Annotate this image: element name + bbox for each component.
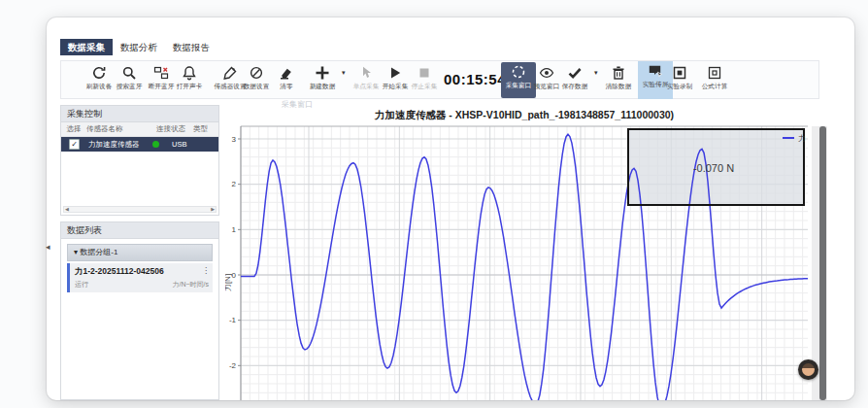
svg-text:2: 2: [232, 180, 237, 188]
data-settings-icon: [249, 65, 264, 81]
data-list-items: 力1-2-20251112-042506运行力/N~时间/s⋮: [61, 263, 218, 292]
toolbar-button-打开声卡[interactable]: 打开声卡: [168, 63, 211, 96]
column-header-连接状态: 连接状态: [156, 122, 193, 136]
toolbar-label: 公式计算: [694, 82, 735, 91]
svg-text:1: 1: [232, 225, 237, 234]
search-icon: [121, 65, 137, 81]
data-list-title: 数据列表: [61, 222, 218, 239]
tab-数据报告[interactable]: 数据报告: [165, 39, 217, 55]
sensor-type: USB: [172, 140, 186, 149]
toolbar-label: 新建数据: [302, 82, 343, 91]
svg-text:-2: -2: [229, 361, 237, 370]
avatar-face-icon: [802, 363, 815, 376]
plus-icon: [315, 65, 330, 81]
data-group-row[interactable]: ▾ 数据分组-1: [67, 244, 213, 261]
marker-icon: [279, 65, 294, 81]
timer-display: 00:15:54: [444, 61, 496, 98]
data-list-panel: 数据列表 ▾ 数据分组-1 力1-2-20251112-042506运行力/N~…: [60, 221, 219, 400]
data-item-axes: 力/N~时间/s: [172, 280, 209, 289]
bell-icon: [182, 65, 197, 81]
column-header-类型: 类型: [193, 122, 217, 136]
sensor-table-header: 选择传感器名称连接状态类型: [61, 122, 218, 137]
data-item-status: 运行: [75, 280, 88, 289]
chevron-down-icon: ▾: [74, 248, 78, 256]
svg-text:3: 3: [232, 135, 237, 144]
toolbar-button-清除数据[interactable]: 清除数据: [597, 63, 640, 96]
toolbar-label: 停止采集: [404, 82, 445, 91]
scroll-left-icon[interactable]: ◀: [65, 207, 69, 212]
data-group-label: 数据分组-1: [80, 248, 117, 256]
scrollbar-thumb[interactable]: [819, 126, 826, 400]
status-dot-icon: [152, 141, 159, 148]
record-icon: [672, 65, 687, 81]
tab-bar: 数据采集数据分析数据报告: [60, 39, 217, 55]
sensor-table-body: ✓力加速度传感器USB: [61, 137, 218, 152]
panel-collapse-arrow-icon[interactable]: ◂: [46, 242, 50, 252]
page-background: 数据采集数据分析数据报告 00:15:54 刷新设备搜索蓝牙断开蓝牙打开声卡传感…: [0, 0, 868, 408]
toolbar: 00:15:54 刷新设备搜索蓝牙断开蓝牙打开声卡传感器设置数据设置清零▾新建数…: [60, 60, 819, 99]
toolbar-label: 清除数据: [598, 82, 639, 91]
play-icon: [387, 65, 403, 81]
collection-control-title: 采集控制: [61, 106, 218, 122]
horizontal-scrollbar[interactable]: ◀ ▶: [63, 206, 217, 213]
toolbar-button-保存数据[interactable]: 保存数据: [553, 63, 596, 96]
assistant-avatar-button[interactable]: [798, 359, 818, 380]
sensor-checkbox[interactable]: ✓: [69, 139, 80, 150]
force-time-plot[interactable]: 3210-1-2力[N]-0.070 N力: [225, 122, 827, 400]
toolbar-label: 保存数据: [554, 82, 595, 91]
data-item-name: 力1-2-20251112-042506: [75, 266, 209, 278]
stop-icon: [417, 65, 432, 81]
app-window: 数据采集数据分析数据报告 00:15:54 刷新设备搜索蓝牙断开蓝牙打开声卡传感…: [47, 17, 854, 400]
formula-icon: [707, 65, 722, 81]
eye-icon: [539, 65, 554, 81]
scroll-right-icon[interactable]: ▶: [211, 207, 215, 212]
pointer-icon: [358, 65, 374, 81]
sensor-name: 力加速度传感器: [88, 140, 152, 150]
vertical-scrollbar[interactable]: [812, 126, 827, 400]
item-menu-icon[interactable]: ⋮: [202, 266, 210, 275]
column-header-选择: 选择: [61, 122, 86, 136]
column-header-传感器名称: 传感器名称: [86, 122, 156, 136]
tab-数据分析[interactable]: 数据分析: [113, 39, 165, 55]
toolbar-button-新建数据[interactable]: 新建数据: [301, 63, 344, 96]
tab-数据采集[interactable]: 数据采集: [60, 39, 113, 55]
toolbar-button-公式计算[interactable]: 公式计算: [693, 63, 736, 96]
svg-text:0: 0: [232, 271, 237, 280]
svg-text:力[N]: 力[N]: [225, 274, 232, 291]
chart-area: 采集窗口 力加速度传感器 - XHSP-V10HID_path_-1981348…: [225, 99, 827, 400]
svg-text:-1: -1: [229, 316, 237, 324]
toolbar-button-停止采集[interactable]: 停止采集: [403, 63, 446, 96]
bluetooth-off-icon: [153, 65, 169, 81]
refresh-icon: [91, 65, 107, 81]
trash-icon: [611, 65, 626, 81]
data-list-item[interactable]: 力1-2-20251112-042506运行力/N~时间/s⋮: [67, 263, 213, 292]
value-annotation: -0.070 N: [693, 162, 734, 174]
toolbar-label: 打开声卡: [169, 82, 210, 91]
dashed-circle-icon: [511, 64, 526, 80]
chart-title: 力加速度传感器 - XHSP-V10HID_path_-1981348857_1…: [241, 109, 808, 122]
sensor-row[interactable]: ✓力加速度传感器USB: [61, 137, 218, 152]
check-icon: [567, 65, 583, 81]
collection-control-panel: 采集控制 选择传感器名称连接状态类型 ✓力加速度传感器USB ◀ ▶: [60, 105, 219, 216]
legend-label: 力: [798, 134, 806, 143]
